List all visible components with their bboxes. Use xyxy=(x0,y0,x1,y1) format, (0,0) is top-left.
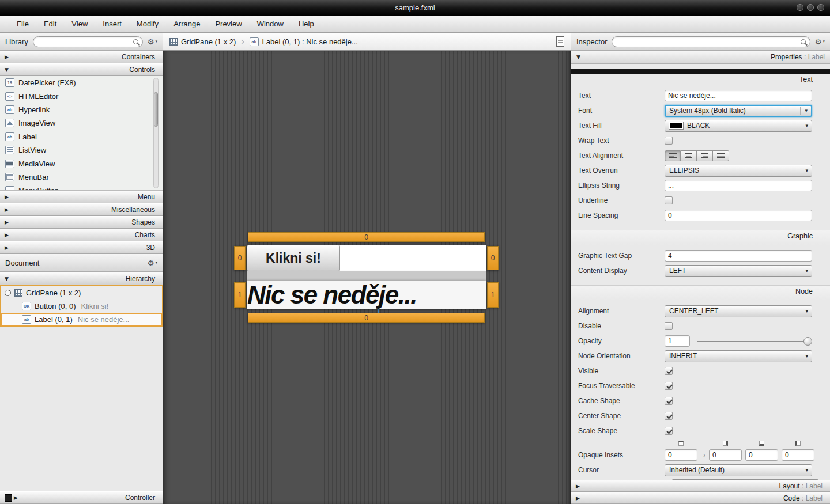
design-canvas[interactable]: 0 0 0 Klikni si! 1 1 Nic se neděje... 0 xyxy=(163,51,571,504)
ellipsis-string-input[interactable] xyxy=(665,180,812,191)
focus-traversable-checkbox[interactable] xyxy=(665,382,673,390)
library-search[interactable] xyxy=(33,36,143,47)
opaque-inset-bottom-input[interactable] xyxy=(745,449,778,461)
section-controller[interactable]: ▶ Controller xyxy=(0,491,163,504)
menu-file[interactable]: File xyxy=(9,16,36,32)
visible-checkbox[interactable] xyxy=(665,367,673,375)
library-item-listview[interactable]: ListView xyxy=(0,143,163,157)
section-shapes[interactable]: ▶ Shapes xyxy=(0,216,163,229)
library-item-menubar[interactable]: MenuBar xyxy=(0,170,163,184)
graphic-text-gap-input[interactable] xyxy=(665,250,812,262)
search-icon xyxy=(801,39,806,44)
inspector-menu-button[interactable]: ⚙▾ xyxy=(815,38,825,46)
wrap-text-checkbox[interactable] xyxy=(665,137,673,145)
cut-off-field[interactable] xyxy=(671,479,819,480)
library-item-datepicker[interactable]: 19 DatePicker (FX8) xyxy=(0,76,163,89)
library-scrollbar[interactable] xyxy=(153,78,159,188)
row-header-left-0[interactable]: 0 xyxy=(234,246,246,270)
library-search-input[interactable] xyxy=(37,37,133,46)
tree-row-gridpane[interactable]: GridPane (1 x 2) xyxy=(1,286,162,300)
section-miscellaneous[interactable]: ▶ Miscellaneous xyxy=(0,203,163,216)
disable-checkbox[interactable] xyxy=(665,322,673,330)
menu-insert[interactable]: Insert xyxy=(95,16,129,32)
properties-section-bar[interactable]: ▼ Properties : Label xyxy=(571,51,830,64)
window-button-2[interactable] xyxy=(807,4,814,11)
window-button-3[interactable] xyxy=(817,4,824,11)
align-left-button[interactable] xyxy=(665,150,681,161)
opaque-inset-top-input[interactable] xyxy=(665,449,697,461)
cache-shape-checkbox[interactable] xyxy=(665,397,673,405)
line-spacing-input[interactable] xyxy=(665,210,812,221)
opacity-input[interactable] xyxy=(665,335,690,347)
inspector-search-input[interactable] xyxy=(616,37,800,46)
column-header-top[interactable]: 0 xyxy=(248,232,485,242)
label-icon: ab xyxy=(22,315,31,324)
document-page-icon[interactable] xyxy=(556,36,564,47)
row-header-left-1[interactable]: 1 xyxy=(234,282,246,308)
underline-checkbox[interactable] xyxy=(665,196,673,204)
document-menu-button[interactable]: ⚙▾ xyxy=(148,259,157,267)
row-header-right-0[interactable]: 0 xyxy=(487,246,499,270)
text-fill-dropdown[interactable]: BLACK xyxy=(665,120,812,132)
library-item-htmleditor[interactable]: <> HTMLEditor xyxy=(0,89,163,103)
content-display-dropdown[interactable]: LEFT xyxy=(665,265,812,277)
text-input[interactable] xyxy=(665,90,812,101)
font-dropdown[interactable]: System 48px (Bold Italic) xyxy=(665,105,812,117)
section-controls[interactable]: ▼ Controls xyxy=(0,63,163,76)
tree-label: GridPane (1 x 2) xyxy=(26,289,81,297)
opacity-slider[interactable] xyxy=(697,337,812,346)
menu-preview[interactable]: Preview xyxy=(207,16,249,32)
canvas-label[interactable]: Nic se neděje... xyxy=(247,282,417,308)
section-menu[interactable]: ▶ Menu xyxy=(0,191,163,203)
menu-modify[interactable]: Modify xyxy=(129,16,166,32)
opaque-inset-left-input[interactable] xyxy=(782,449,814,461)
menu-edit[interactable]: Edit xyxy=(36,16,64,32)
section-hierarchy[interactable]: ▼ Hierarchy xyxy=(0,272,163,285)
library-menu-button[interactable]: ⚙▾ xyxy=(148,38,157,46)
section-charts[interactable]: ▶ Charts xyxy=(0,229,163,241)
section-3d[interactable]: ▶ 3D xyxy=(0,241,163,254)
cursor-dropdown[interactable]: Inherited (Default) xyxy=(665,464,812,476)
row-divider[interactable] xyxy=(247,271,486,281)
menu-help[interactable]: Help xyxy=(291,16,322,32)
label-icon: ab xyxy=(250,37,259,46)
scale-shape-checkbox[interactable] xyxy=(665,427,673,435)
section-containers[interactable]: ▶ Containers xyxy=(0,51,163,63)
column-header-bottom[interactable]: 0 xyxy=(248,313,485,323)
center-shape-checkbox[interactable] xyxy=(665,412,673,420)
layout-section-bar[interactable]: ▶ Layout : Label xyxy=(571,480,830,492)
library-item-label: MediaView xyxy=(18,160,55,168)
library-item-mediaview[interactable]: MediaView xyxy=(0,157,163,170)
align-justify-button[interactable] xyxy=(713,150,729,161)
menu-view[interactable]: View xyxy=(64,16,95,32)
collapsed-arrow-icon: ▶ xyxy=(5,245,13,251)
chevron-down-icon: ▾ xyxy=(155,39,157,44)
library-item-label[interactable]: ab Label xyxy=(0,130,163,143)
opaque-inset-right-input[interactable] xyxy=(709,449,742,461)
code-section-bar[interactable]: ▶ Code : Label xyxy=(571,492,830,504)
align-right-button[interactable] xyxy=(697,150,713,161)
align-center-button[interactable] xyxy=(681,150,697,161)
alignment-dropdown[interactable]: CENTER_LEFT xyxy=(665,305,812,317)
library-item-hyperlink[interactable]: ab Hyperlink xyxy=(0,103,163,116)
library-item-menubutton[interactable]: ▾ MenuButton xyxy=(0,184,163,191)
button-icon: OK xyxy=(22,302,31,310)
node-orientation-dropdown[interactable]: INHERIT xyxy=(665,350,812,362)
tree-row-label[interactable]: ab Label (0, 1) Nic se neděje... xyxy=(1,313,162,326)
library-item-imageview[interactable]: ImageView xyxy=(0,116,163,130)
menu-arrange[interactable]: Arrange xyxy=(166,16,207,32)
breadcrumb-label-node[interactable]: ab Label (0, 1) : Nic se neděje... xyxy=(250,37,358,46)
library-scrollbar-thumb[interactable] xyxy=(154,92,158,127)
slider-thumb[interactable] xyxy=(803,337,812,346)
section-controls-label: Controls xyxy=(13,66,155,74)
menu-window[interactable]: Window xyxy=(250,16,291,32)
collapse-expander-icon[interactable] xyxy=(5,290,11,296)
canvas-button[interactable]: Klikni si! xyxy=(247,245,340,271)
breadcrumb-gridpane[interactable]: GridPane (1 x 2) xyxy=(169,37,236,46)
row-header-right-1[interactable]: 1 xyxy=(487,282,499,308)
graphic-text-gap-label: Graphic Text Gap xyxy=(578,252,665,260)
window-button-1[interactable] xyxy=(797,4,803,11)
inspector-search[interactable] xyxy=(612,36,810,47)
text-overrun-dropdown[interactable]: ELLIPSIS xyxy=(665,165,812,177)
tree-row-button[interactable]: OK Button (0, 0) Klikni si! xyxy=(1,300,162,313)
